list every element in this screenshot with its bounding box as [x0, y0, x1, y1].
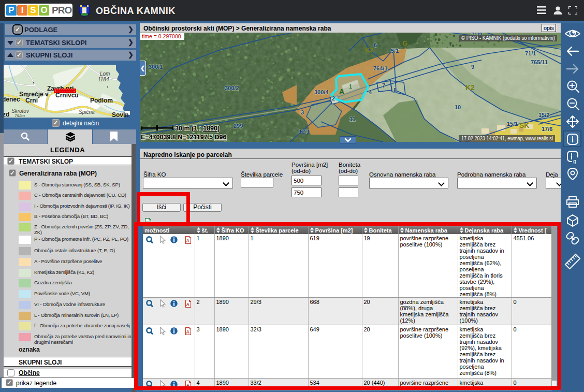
svg-text:A: A: [339, 88, 344, 96]
svg-text:1184: 1184: [98, 77, 109, 82]
svg-text:2: 2: [332, 95, 335, 101]
svg-text:17/6: 17/6: [542, 126, 552, 132]
svg-text:5/1: 5/1: [391, 48, 399, 54]
svg-text:71/1: 71/1: [525, 50, 536, 56]
svg-text:E=470039.8 N=121197.5 D96: E=470039.8 N=121197.5 D96: [141, 134, 226, 141]
svg-text:10: 10: [455, 104, 461, 110]
svg-text:792m: 792m: [14, 113, 25, 118]
svg-text:Sovin: Sovin: [112, 111, 129, 118]
svg-text:G: G: [402, 39, 407, 47]
svg-text:Lom: Lom: [100, 71, 110, 77]
svg-text:Špična: Špična: [79, 109, 95, 115]
svg-text:764/1: 764/1: [373, 65, 388, 71]
svg-text:SK: SK: [519, 121, 529, 129]
svg-text:8: 8: [393, 87, 397, 93]
svg-text:15/1: 15/1: [507, 121, 518, 127]
svg-text:time = 0.297000: time = 0.297000: [142, 33, 181, 39]
svg-text:4: 4: [369, 89, 372, 95]
svg-text:zd: zd: [4, 111, 9, 118]
svg-text:K2: K2: [465, 83, 475, 92]
svg-text:299: 299: [233, 123, 243, 129]
svg-text:30 m (1 : 1890): 30 m (1 : 1890): [175, 125, 220, 132]
svg-text:denec: denec: [4, 96, 20, 103]
svg-text:Podlom: Podlom: [90, 97, 113, 104]
svg-text:7: 7: [382, 82, 385, 89]
svg-text:300/4: 300/4: [314, 89, 329, 95]
svg-text:15/2: 15/2: [538, 112, 549, 118]
svg-text:765/11: 765/11: [531, 59, 548, 65]
svg-text:9: 9: [471, 64, 474, 70]
svg-text:K2: K2: [365, 46, 374, 54]
svg-text:6: 6: [374, 42, 377, 48]
svg-text:© PISO - KAMNIK (podatki so in: © PISO - KAMNIK (podatki so informativni…: [461, 35, 555, 41]
svg-text:3: 3: [301, 109, 304, 115]
svg-text:300/2: 300/2: [225, 85, 239, 91]
svg-text:11: 11: [349, 116, 356, 122]
svg-text:300/1: 300/1: [149, 64, 163, 70]
svg-text:1: 1: [349, 83, 352, 90]
svg-text:Črni: Črni: [25, 96, 38, 104]
svg-text:12/1: 12/1: [299, 128, 310, 135]
svg-text:17.02.2023 14:02:41, ewmap, ww: 17.02.2023 14:02:41, ewmap, www.realis.s…: [461, 135, 553, 141]
svg-text:g: g: [573, 158, 576, 164]
